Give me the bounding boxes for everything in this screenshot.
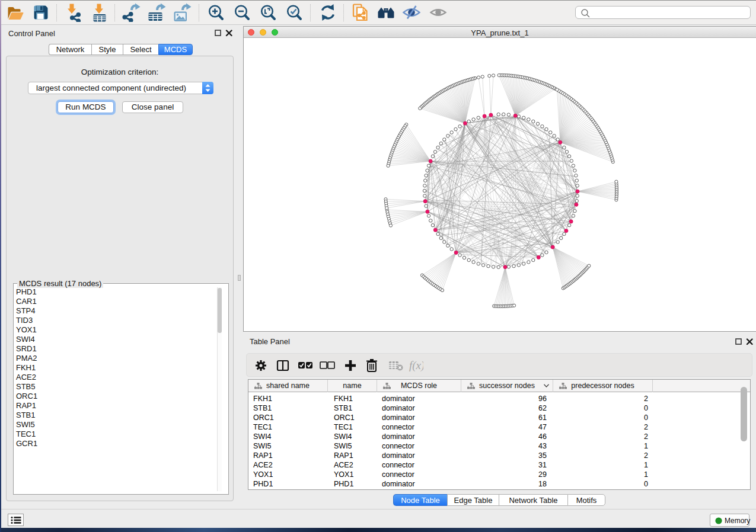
svg-text:f(x): f(x) [409,359,423,372]
